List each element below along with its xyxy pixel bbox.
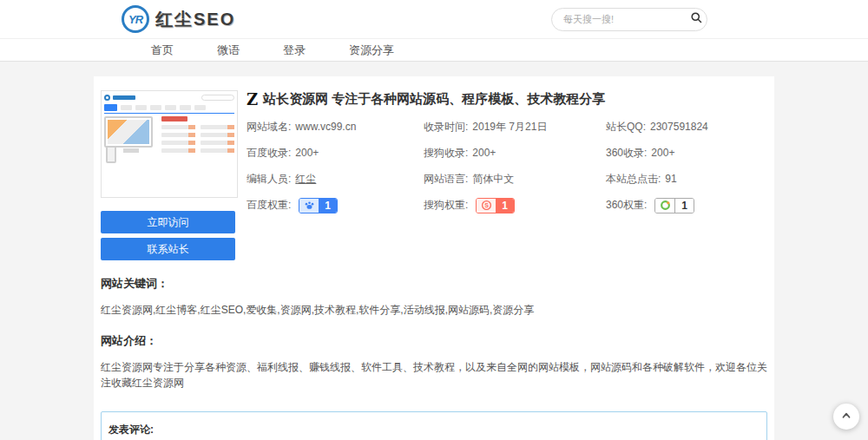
site-info: Z 站长资源网 专注于各种网站源码、程序模板、技术教程分享 网站域名:www.v… [247,90,767,260]
search-icon [690,11,703,27]
keywords-heading: 网站关键词： [101,276,767,292]
site-details-grid: 网站域名:www.vc99.cn 收录时间:2019年 7月21日 站长QQ:2… [247,119,767,213]
content-card: 立即访问 联系站长 Z 站长资源网 专注于各种网站源码、程序模板、技术教程分享 … [94,76,774,440]
comment-form: 发表评论: 昵称 邮件地址 (选填) 个人主页 (选填) [101,411,767,440]
search-box [551,8,707,31]
comment-form-heading: 发表评论: [108,423,760,437]
detail-sogou-weight: 搜狗权重:S1 [424,197,606,213]
visit-site-button[interactable]: 立即访问 [101,211,235,233]
thumbnail-decoration [104,104,234,114]
360-icon [655,198,674,213]
detail-baidu-weight: 百度权重:1 [247,197,424,213]
nav-item-home[interactable]: 首页 [148,43,177,58]
editor-link[interactable]: 红尘 [295,173,316,185]
svg-text:S: S [484,202,489,208]
baidu-paw-icon [299,198,319,213]
logo-icon: YR [122,5,149,33]
page-body: 立即访问 联系站长 Z 站长资源网 专注于各种网站源码、程序模板、技术教程分享 … [0,62,868,440]
site-title-text: 站长资源网 专注于各种网站源码、程序模板、技术教程分享 [263,91,605,108]
search-input[interactable] [552,14,687,24]
nav-item-login[interactable]: 登录 [279,43,309,58]
main-nav: 首页 微语 登录 资源分享 [0,38,868,62]
detail-webmaster-qq: 站长QQ:2307591824 [606,119,767,135]
nav-item-weiyu[interactable]: 微语 [214,43,243,58]
chevron-up-icon [840,410,852,424]
page-title: Z 站长资源网 专注于各种网站源码、程序模板、技术教程分享 [247,91,767,108]
detail-language: 网站语言:简体中文 [424,171,606,187]
contact-webmaster-button[interactable]: 联系站长 [101,238,235,260]
site-thumbnail[interactable] [101,90,238,198]
sogou-weight-badge[interactable]: S1 [476,198,515,213]
intro-text: 红尘资源网专注于分享各种资源、福利线报、赚钱线报、软件工具、技术教程，以及来自全… [101,359,767,391]
baidu-weight-badge[interactable]: 1 [299,198,338,213]
detail-total-clicks: 本站总点击:91 [606,171,767,187]
site-header: YR 红尘SEO [0,0,868,38]
detail-baidu-index: 百度收录:200+ [247,145,424,161]
logo[interactable]: YR 红尘SEO [122,5,235,33]
thumbnail-decoration [104,95,234,101]
detail-editor: 编辑人员:红尘 [247,171,424,187]
detail-domain: 网站域名:www.vc99.cn [247,119,424,135]
nav-item-resources[interactable]: 资源分享 [345,43,398,58]
search-button[interactable] [687,11,707,27]
scroll-to-top-button[interactable] [833,404,859,430]
detail-360-weight: 360权重:1 [606,197,767,213]
site-favicon-icon: Z [247,92,258,108]
logo-text: 红尘SEO [155,8,235,31]
keywords-text: 红尘资源网,红尘博客,红尘SEO,爱收集,资源网,技术教程,软件分享,活动线报,… [101,302,767,318]
thumbnail-decoration [104,116,234,163]
detail-indexed-date: 收录时间:2019年 7月21日 [424,119,606,135]
intro-heading: 网站介绍： [101,333,767,349]
detail-360-index: 360收录:200+ [606,145,767,161]
sogou-icon: S [477,198,496,213]
so360-weight-badge[interactable]: 1 [654,198,694,213]
detail-sogou-index: 搜狗收录:200+ [424,145,606,161]
left-column: 立即访问 联系站长 [101,90,240,260]
